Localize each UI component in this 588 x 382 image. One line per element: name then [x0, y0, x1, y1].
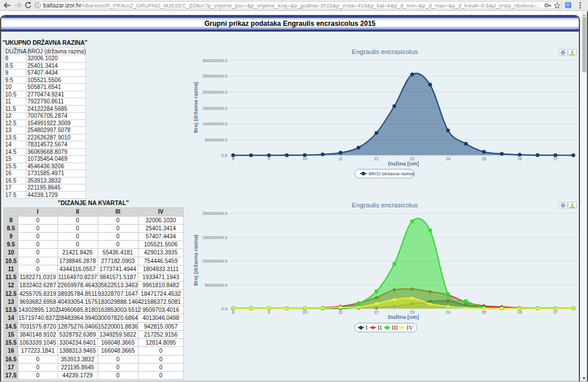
svg-text:15: 15: [481, 310, 486, 315]
svg-text:12: 12: [374, 156, 378, 161]
svg-text:11: 11: [338, 310, 343, 315]
svg-text:I: I: [366, 324, 368, 331]
svg-text:10: 10: [303, 156, 307, 161]
svg-text:16: 16: [517, 156, 522, 161]
svg-text:Broj (državna razina): Broj (državna razina): [193, 82, 199, 133]
svg-text:100000000.0: 100000000.0: [202, 258, 227, 264]
svg-text:Engraulis encrasicolus: Engraulis encrasicolus: [351, 202, 417, 209]
svg-text:9: 9: [268, 310, 270, 315]
svg-text:BROJ (državna razina): BROJ (državna razina): [369, 171, 415, 176]
svg-text:Broj (državna razina): Broj (državna razina): [193, 234, 199, 285]
svg-text:50000000.0: 50000000.0: [204, 283, 227, 288]
svg-text:300000000.0: 300000000.0: [202, 58, 227, 63]
svg-text:IV: IV: [407, 324, 413, 331]
svg-text:50000000.0: 50000000.0: [204, 137, 227, 142]
svg-text:0.0: 0.0: [222, 306, 227, 311]
svg-text:14: 14: [446, 156, 450, 161]
svg-text:0.0: 0.0: [222, 153, 227, 158]
svg-text:17: 17: [553, 310, 558, 315]
svg-text:II: II: [378, 324, 382, 331]
svg-text:200000000.0: 200000000.0: [202, 211, 227, 216]
svg-text:Engraulis encrasicolus: Engraulis encrasicolus: [351, 48, 417, 55]
svg-text:150000000.0: 150000000.0: [202, 106, 227, 111]
svg-text:14: 14: [446, 310, 450, 315]
svg-text:200000000.0: 200000000.0: [202, 90, 227, 95]
svg-text:150000000.0: 150000000.0: [202, 235, 227, 240]
svg-text:250000000.0: 250000000.0: [202, 74, 227, 79]
svg-text:12: 12: [374, 310, 378, 315]
svg-text:Dužina [cm]: Dužina [cm]: [388, 314, 419, 320]
svg-text:Dužina [cm]: Dužina [cm]: [388, 160, 419, 167]
svg-text:15: 15: [481, 156, 486, 161]
svg-text:100000000.0: 100000000.0: [202, 121, 227, 126]
svg-text:11: 11: [338, 156, 343, 161]
svg-text:16: 16: [517, 310, 522, 315]
svg-text:10: 10: [303, 310, 307, 315]
svg-text:8: 8: [232, 310, 234, 315]
svg-text:III: III: [392, 324, 398, 331]
svg-text:G: G: [567, 2, 570, 7]
